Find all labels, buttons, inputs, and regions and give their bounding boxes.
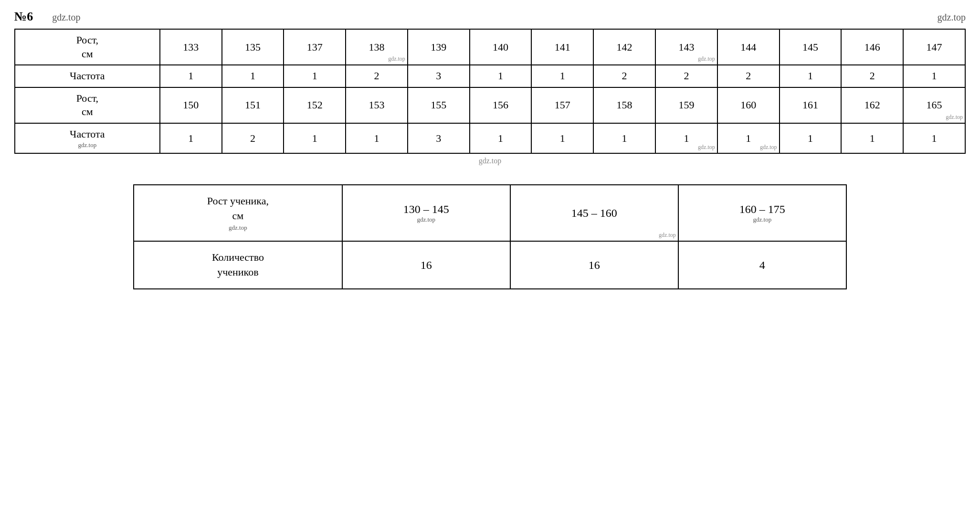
freq-159: 1 gdz.top — [655, 123, 717, 153]
cell-153: 153 — [346, 87, 408, 123]
cell-165: 165 gdz.top — [903, 87, 965, 123]
freq-138: 2 — [346, 65, 408, 87]
summary-table: Рост ученика,см gdz.top 130 – 145 gdz.to… — [133, 184, 847, 289]
watermark-143: gdz.top — [698, 55, 715, 63]
cell-147: 147 — [903, 29, 965, 65]
range-130-145: 130 – 145 gdz.top — [342, 185, 510, 241]
watermark-student-label: gdz.top — [144, 223, 332, 232]
cell-140: 140 — [470, 29, 532, 65]
cell-150: 150 — [160, 87, 222, 123]
freq-143: 2 — [655, 65, 717, 87]
cell-142: 142 — [593, 29, 655, 65]
summary-data-row: Количествоучеников 16 16 4 — [134, 241, 846, 289]
table-row-freq-2: Частота gdz.top 1 2 1 1 3 1 1 1 1 gdz.to… — [15, 123, 965, 153]
cell-145: 145 — [780, 29, 842, 65]
freq-158: 1 — [593, 123, 655, 153]
cell-143: 143 gdz.top — [655, 29, 717, 65]
summary-header-row: Рост ученика,см gdz.top 130 – 145 gdz.to… — [134, 185, 846, 241]
freq-133: 1 — [160, 65, 222, 87]
main-table: Рост,см 133 135 137 138 gdz.top 139 140 … — [14, 29, 966, 154]
cell-138: 138 gdz.top — [346, 29, 408, 65]
table-row-height-2: Рост,см 150 151 152 153 155 156 157 158 … — [15, 87, 965, 123]
label-student-count: Количествоучеников — [134, 241, 342, 289]
watermark-freq-160: gdz.top — [760, 144, 777, 151]
task-number: №6 — [14, 10, 33, 24]
freq-156: 1 — [470, 123, 532, 153]
cell-155: 155 — [408, 87, 470, 123]
freq-144: 2 — [717, 65, 780, 87]
watermark-header-right: gdz.top — [938, 12, 966, 23]
freq-153: 1 — [346, 123, 408, 153]
freq-161: 1 — [780, 123, 842, 153]
freq-145: 1 — [780, 65, 842, 87]
freq-140: 1 — [470, 65, 532, 87]
cell-135: 135 — [222, 29, 284, 65]
cell-156: 156 — [470, 87, 532, 123]
count-130-145: 16 — [342, 241, 510, 289]
label-freq-2: Частота gdz.top — [15, 123, 160, 153]
freq-142: 2 — [593, 65, 655, 87]
cell-161: 161 — [780, 87, 842, 123]
cell-151: 151 — [222, 87, 284, 123]
watermark-freq-159: gdz.top — [698, 144, 715, 151]
count-160-175: 4 — [678, 241, 846, 289]
cell-158: 158 — [593, 87, 655, 123]
cell-157: 157 — [531, 87, 593, 123]
table-row-freq-1: Частота 1 1 1 2 3 1 1 2 2 2 1 2 1 — [15, 65, 965, 87]
cell-144: 144 — [717, 29, 780, 65]
cell-152: 152 — [284, 87, 346, 123]
freq-151: 2 — [222, 123, 284, 153]
watermark-range2: gdz.top — [659, 232, 676, 239]
range-145-160: 145 – 160 gdz.top — [510, 185, 678, 241]
label-freq-1: Частота — [15, 65, 160, 87]
count-145-160: 16 — [510, 241, 678, 289]
cell-159: 159 — [655, 87, 717, 123]
cell-139: 139 — [408, 29, 470, 65]
freq-137: 1 — [284, 65, 346, 87]
freq-141: 1 — [531, 65, 593, 87]
second-table-section: Рост ученика,см gdz.top 130 – 145 gdz.to… — [14, 184, 966, 289]
watermark-freq-label: gdz.top — [18, 141, 157, 149]
label-height-1: Рост,см — [15, 29, 160, 65]
label-student-height: Рост ученика,см gdz.top — [134, 185, 342, 241]
watermark-range3: gdz.top — [688, 216, 836, 223]
watermark-165: gdz.top — [946, 114, 963, 121]
freq-150: 1 — [160, 123, 222, 153]
freq-147: 1 — [903, 65, 965, 87]
freq-139: 3 — [408, 65, 470, 87]
cell-137: 137 — [284, 29, 346, 65]
freq-152: 1 — [284, 123, 346, 153]
watermark-138: gdz.top — [388, 55, 405, 63]
label-height-2: Рост,см — [15, 87, 160, 123]
range-160-175: 160 – 175 gdz.top — [678, 185, 846, 241]
watermark-header-left: gdz.top — [52, 12, 80, 23]
header: №6 gdz.top gdz.top — [14, 10, 966, 24]
cell-141: 141 — [531, 29, 593, 65]
freq-146: 2 — [841, 65, 903, 87]
freq-155: 3 — [408, 123, 470, 153]
watermark-range1: gdz.top — [352, 216, 500, 223]
table-row-height-1: Рост,см 133 135 137 138 gdz.top 139 140 … — [15, 29, 965, 65]
freq-157: 1 — [531, 123, 593, 153]
freq-160: 1 gdz.top — [717, 123, 780, 153]
freq-165: 1 — [903, 123, 965, 153]
cell-146: 146 — [841, 29, 903, 65]
watermark-center: gdz.top — [14, 157, 966, 165]
freq-135: 1 — [222, 65, 284, 87]
cell-160: 160 — [717, 87, 780, 123]
freq-162: 1 — [841, 123, 903, 153]
cell-162: 162 — [841, 87, 903, 123]
cell-133: 133 — [160, 29, 222, 65]
